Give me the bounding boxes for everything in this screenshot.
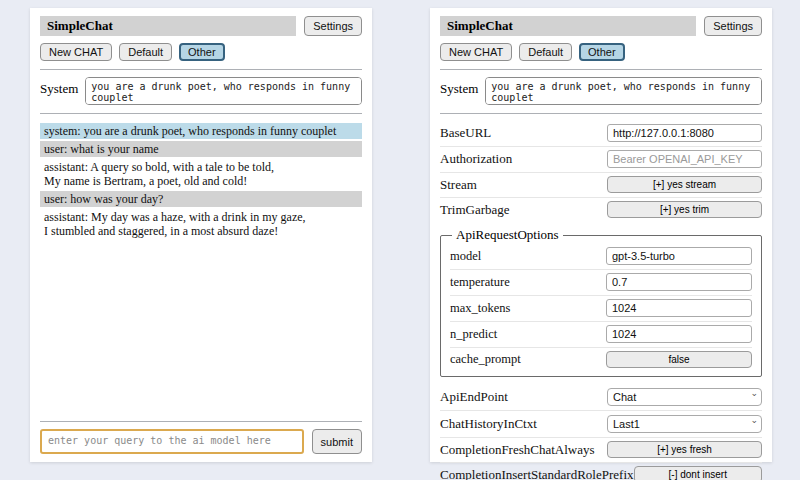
authorization-input[interactable]	[607, 150, 762, 168]
system-label: System	[440, 77, 478, 97]
stream-label: Stream	[440, 177, 477, 193]
chat-message-assistant: assistant: My day was a haze, with a dri…	[40, 209, 362, 239]
chat-panel: SimpleChat Settings New CHAT Default Oth…	[30, 8, 372, 462]
model-input[interactable]	[606, 247, 752, 265]
completion-fresh-chat-always-toggle-button[interactable]: [+] yes fresh	[607, 441, 762, 458]
max-tokens-label: max_tokens	[450, 301, 510, 316]
temperature-label: temperature	[450, 275, 510, 290]
session-tab-default[interactable]: Default	[519, 43, 572, 61]
divider	[440, 69, 762, 70]
divider	[40, 113, 362, 114]
cache-prompt-toggle-button[interactable]: false	[606, 351, 752, 368]
base-url-label: BaseURL	[440, 125, 491, 141]
stream-toggle-button[interactable]: [+] yes stream	[607, 176, 762, 193]
completion-fresh-chat-always-label: CompletionFreshChatAlways	[440, 442, 595, 458]
n-predict-label: n_predict	[450, 327, 497, 342]
trim-garbage-label: TrimGarbage	[440, 202, 510, 218]
api-request-options-fieldset: ApiRequestOptions model temperature max_…	[440, 227, 762, 377]
chat-message-user: user: how was your day?	[40, 191, 362, 207]
app-title: SimpleChat	[440, 16, 696, 36]
session-tab-other[interactable]: Other	[579, 43, 625, 61]
temperature-input[interactable]	[606, 273, 752, 291]
chat-history-in-ctxt-label: ChatHistoryInCtxt	[440, 416, 537, 432]
base-url-input[interactable]	[607, 124, 762, 142]
new-chat-button[interactable]: New CHAT	[40, 43, 112, 61]
chat-message-system: system: you are a drunk poet, who respon…	[40, 123, 362, 139]
session-tab-other[interactable]: Other	[179, 43, 225, 61]
trim-garbage-toggle-button[interactable]: [+] yes trim	[607, 201, 762, 218]
settings-panel: SimpleChat Settings New CHAT Default Oth…	[430, 8, 772, 462]
completion-insert-standard-role-prefix-label: CompletionInsertStandardRolePrefix	[440, 467, 634, 480]
divider	[40, 421, 362, 422]
chat-message-user: user: what is your name	[40, 141, 362, 157]
new-chat-button[interactable]: New CHAT	[440, 43, 512, 61]
system-prompt-input[interactable]: you are a drunk poet, who responds in fu…	[85, 77, 362, 105]
app-title: SimpleChat	[40, 16, 296, 36]
max-tokens-input[interactable]	[606, 299, 752, 317]
settings-button[interactable]: Settings	[704, 16, 762, 36]
chat-history-in-ctxt-select[interactable]: Last1	[607, 415, 762, 433]
settings-button[interactable]: Settings	[304, 16, 362, 36]
api-endpoint-select[interactable]: Chat	[607, 388, 762, 406]
submit-button[interactable]: submit	[312, 429, 362, 454]
system-prompt-input[interactable]: you are a drunk poet, who responds in fu…	[485, 77, 762, 105]
model-label: model	[450, 249, 481, 264]
authorization-label: Authorization	[440, 151, 512, 167]
cache-prompt-label: cache_prompt	[450, 352, 521, 367]
api-endpoint-label: ApiEndPoint	[440, 389, 508, 405]
completion-insert-standard-role-prefix-toggle-button[interactable]: [-] dont insert	[634, 466, 762, 480]
session-tab-default[interactable]: Default	[119, 43, 172, 61]
api-request-options-legend: ApiRequestOptions	[452, 227, 563, 243]
chat-message-list: system: you are a drunk poet, who respon…	[40, 123, 362, 241]
query-input[interactable]	[40, 429, 304, 454]
n-predict-input[interactable]	[606, 325, 752, 343]
divider	[40, 69, 362, 70]
divider	[440, 113, 762, 114]
chat-message-assistant: assistant: A query so bold, with a tale …	[40, 159, 362, 189]
system-label: System	[40, 77, 78, 97]
